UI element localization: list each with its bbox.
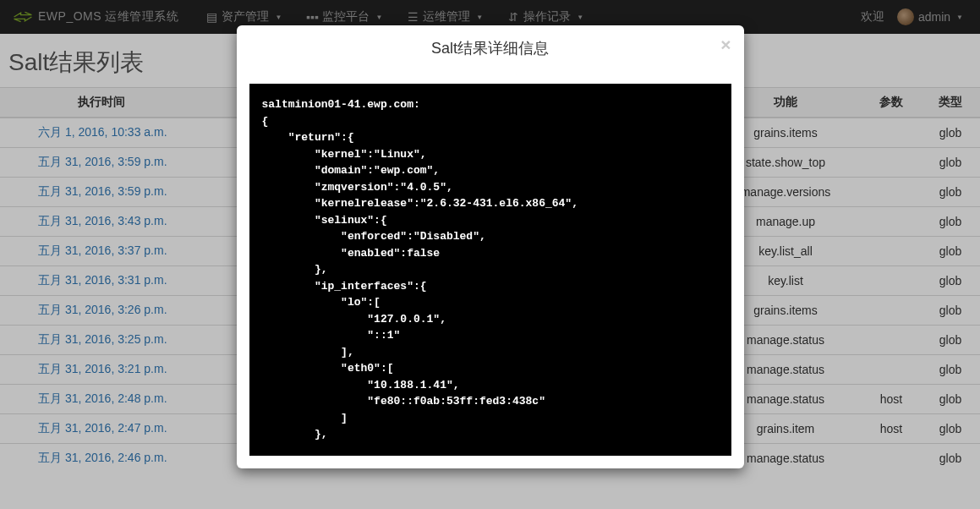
modal: Salt结果详细信息 × saltminion01-41.ewp.com: { …	[237, 25, 744, 468]
modal-title: Salt结果详细信息	[431, 40, 549, 57]
code-block[interactable]: saltminion01-41.ewp.com: { "return":{ "k…	[249, 84, 731, 456]
modal-body: saltminion01-41.ewp.com: { "return":{ "k…	[237, 71, 744, 468]
modal-header: Salt结果详细信息 ×	[237, 25, 744, 71]
close-icon[interactable]: ×	[720, 36, 731, 53]
